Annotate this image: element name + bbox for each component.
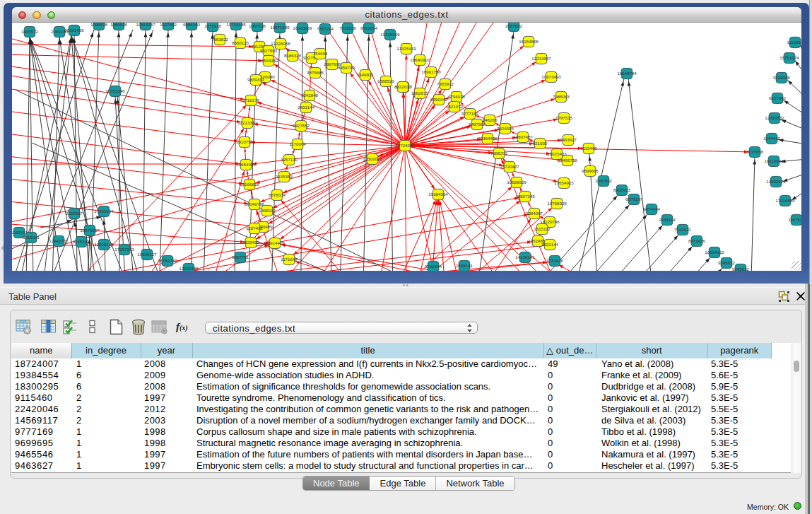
svg-text:16154808: 16154808	[519, 39, 539, 44]
svg-text:7625402: 7625402	[242, 240, 260, 245]
svg-text:1010755: 1010755	[236, 139, 254, 144]
svg-text:19654923: 19654923	[236, 162, 256, 167]
svg-text:1640952: 1640952	[595, 178, 613, 183]
svg-text:8471626: 8471626	[688, 238, 706, 243]
svg-text:9657791: 9657791	[232, 255, 249, 259]
svg-text:754694: 754694	[313, 51, 328, 56]
svg-text:10975857: 10975857	[80, 228, 100, 233]
svg-text:8215958: 8215958	[746, 149, 764, 154]
svg-text:1797515: 1797515	[555, 115, 573, 120]
svg-text:8660123: 8660123	[232, 40, 249, 45]
svg-text:1562615: 1562615	[411, 90, 429, 95]
svg-text:7632621: 7632621	[674, 227, 692, 232]
svg-text:1527602: 1527602	[160, 23, 177, 27]
svg-text:7386372: 7386372	[490, 151, 508, 156]
svg-text:18807249: 18807249	[515, 194, 535, 199]
svg-text:1405572: 1405572	[21, 29, 39, 34]
svg-text:9427552: 9427552	[293, 123, 310, 128]
svg-text:17016504: 17016504	[775, 198, 795, 203]
svg-text:13692971: 13692971	[766, 179, 786, 184]
svg-text:8186328: 8186328	[284, 53, 302, 58]
svg-text:1187452: 1187452	[246, 226, 263, 230]
svg-text:10756928: 10756928	[547, 201, 567, 206]
svg-text:1171648: 1171648	[281, 257, 298, 262]
svg-text:17654923: 17654923	[554, 180, 574, 185]
svg-text:2020657: 2020657	[66, 211, 83, 216]
svg-text:7485063: 7485063	[553, 94, 570, 99]
svg-text:10973493: 10973493	[541, 74, 561, 79]
svg-text:12323448: 12323448	[179, 266, 199, 271]
svg-text:12505135: 12505135	[94, 242, 114, 247]
svg-text:6794028: 6794028	[448, 94, 466, 99]
svg-text:1071918: 1071918	[204, 23, 222, 28]
svg-text:20364436: 20364436	[478, 136, 498, 141]
svg-text:19384554: 19384554	[428, 192, 448, 197]
svg-text:1135359: 1135359	[276, 174, 293, 179]
svg-text:15720407: 15720407	[500, 164, 519, 169]
svg-text:13302073: 13302073	[363, 156, 382, 161]
svg-text:16210643: 16210643	[764, 158, 784, 163]
svg-text:621600: 621600	[533, 141, 548, 146]
svg-text:17957223: 17957223	[114, 247, 134, 252]
svg-text:7515526: 7515526	[339, 25, 357, 30]
svg-text:2803144: 2803144	[298, 105, 315, 110]
svg-text:16648784: 16648784	[617, 71, 637, 76]
svg-text:3875685: 3875685	[307, 70, 324, 75]
svg-text:1065526: 1065526	[110, 23, 128, 27]
svg-text:1067138: 1067138	[249, 23, 266, 28]
svg-text:7857214: 7857214	[317, 26, 334, 31]
svg-text:1170064: 1170064	[289, 141, 306, 146]
svg-text:8938923: 8938923	[613, 187, 631, 192]
svg-text:10553267: 10553267	[136, 23, 155, 27]
svg-text:9115460: 9115460	[580, 146, 597, 151]
svg-text:16782759: 16782759	[158, 258, 177, 263]
svg-text:7955812: 7955812	[437, 81, 454, 86]
svg-text:1095528: 1095528	[90, 23, 108, 27]
svg-text:8990448: 8990448	[430, 97, 448, 102]
svg-text:13325419: 13325419	[396, 46, 416, 51]
svg-text:6497568: 6497568	[469, 122, 486, 127]
svg-text:1615112: 1615112	[534, 226, 551, 231]
svg-text:14136141: 14136141	[515, 255, 535, 259]
svg-text:1112853: 1112853	[787, 40, 801, 45]
svg-text:9146821: 9146821	[357, 72, 375, 77]
svg-text:1536141: 1536141	[456, 263, 473, 268]
svg-text:9129966: 9129966	[773, 75, 791, 80]
svg-text:10688609: 10688609	[507, 180, 526, 185]
svg-text:10543362: 10543362	[259, 58, 278, 63]
svg-text:9242848: 9242848	[301, 93, 319, 98]
svg-text:9474444: 9474444	[643, 206, 661, 211]
svg-text:2718176: 2718176	[242, 98, 260, 103]
svg-text:9327503: 9327503	[260, 48, 278, 53]
svg-text:2087682: 2087682	[505, 23, 523, 28]
svg-text:18495758: 18495758	[558, 158, 577, 163]
svg-text:16961758: 16961758	[421, 69, 441, 74]
svg-text:19166825: 19166825	[240, 182, 259, 187]
svg-text:10807487: 10807487	[513, 134, 533, 139]
svg-text:18724007: 18724007	[395, 143, 415, 148]
svg-text:7663822: 7663822	[211, 37, 229, 42]
svg-text:2522144: 2522144	[541, 242, 559, 247]
svg-text:12093832: 12093832	[765, 115, 784, 120]
svg-text:20691406: 20691406	[64, 28, 84, 33]
svg-text:12213382: 12213382	[237, 120, 257, 125]
svg-text:6879197: 6879197	[625, 197, 643, 201]
svg-text:8878334: 8878334	[269, 192, 286, 197]
svg-text:12226058: 12226058	[271, 41, 290, 46]
svg-text:1733426: 1733426	[546, 258, 564, 263]
svg-text:3624554: 3624554	[497, 126, 514, 131]
svg-text:8454749: 8454749	[338, 65, 355, 70]
svg-text:1244415: 1244415	[763, 136, 781, 141]
svg-text:9463627: 9463627	[560, 137, 577, 142]
svg-text:3267130: 3267130	[281, 157, 298, 162]
svg-text:1621072: 1621072	[446, 104, 464, 109]
svg-text:12213967: 12213967	[531, 56, 551, 61]
svg-text:10654122: 10654122	[705, 250, 724, 255]
svg-text:1145191: 1145191	[73, 239, 90, 244]
svg-text:15751074: 15751074	[779, 55, 799, 60]
svg-text:9777169: 9777169	[461, 111, 479, 116]
svg-text:9227342: 9227342	[769, 95, 787, 100]
svg-text:1232344: 1232344	[425, 264, 442, 269]
svg-text:9839391: 9839391	[247, 77, 265, 82]
svg-text:9384067: 9384067	[526, 211, 543, 216]
